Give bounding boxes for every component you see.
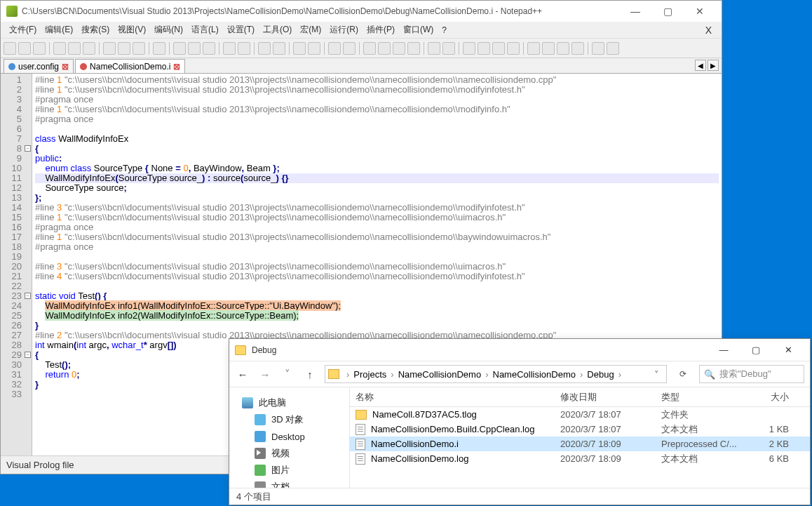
toolbar-button[interactable]	[492, 42, 505, 55]
toolbar-button[interactable]	[343, 42, 356, 55]
menu-item[interactable]: 编辑(E)	[41, 24, 77, 36]
fold-toggle[interactable]: −	[25, 293, 31, 299]
toolbar-button[interactable]	[571, 42, 584, 55]
toolbar-button[interactable]	[507, 42, 520, 55]
toolbar-button[interactable]	[4, 42, 16, 55]
sidebar-item[interactable]: Desktop	[242, 428, 349, 445]
menu-item[interactable]: 插件(P)	[363, 24, 399, 36]
code-line[interactable]: #line 3 "c:\\users\\bcn\\documents\\visu…	[35, 203, 719, 213]
toolbar-button[interactable]	[223, 42, 236, 55]
toolbar-button[interactable]	[557, 42, 569, 55]
search-input[interactable]: 🔍 搜索"Debug"	[699, 365, 804, 383]
menu-item[interactable]: 工具(O)	[259, 24, 296, 36]
chevron-right-icon[interactable]: ›	[388, 369, 396, 380]
fold-toggle[interactable]: −	[25, 145, 31, 152]
toolbar-button[interactable]	[173, 42, 186, 55]
code-line[interactable]: };	[35, 193, 719, 203]
code-line[interactable]: #line 3 "c:\\users\\bcn\\documents\\visu…	[35, 262, 719, 272]
file-row[interactable]: NameCollisionDemo.log2020/3/7 18:09文本文档6…	[350, 451, 810, 466]
toolbar-button[interactable]	[363, 42, 376, 55]
toolbar-button[interactable]	[153, 42, 165, 55]
menu-item[interactable]: 设置(T)	[223, 24, 259, 36]
chevron-right-icon[interactable]: ›	[482, 369, 491, 380]
exp-minimize-button[interactable]: —	[708, 339, 740, 361]
exp-maximize-button[interactable]: ▢	[740, 339, 772, 361]
nav-back[interactable]: ←	[235, 366, 250, 382]
toolbar-button[interactable]	[33, 42, 46, 55]
code-line[interactable]	[35, 281, 719, 291]
toolbar-button[interactable]	[188, 42, 201, 55]
breadcrumb-dropdown[interactable]: ˅	[650, 369, 663, 380]
menu-item[interactable]: 语言(L)	[187, 24, 223, 36]
toolbar-button[interactable]	[273, 42, 285, 55]
code-line[interactable]: #pragma once	[35, 95, 719, 105]
breadcrumb-item[interactable]: NameCollisionDemo	[398, 369, 482, 380]
breadcrumb-item[interactable]: NameCollisionDemo	[493, 369, 576, 380]
file-row[interactable]: NameColl.87D37AC5.tlog2020/3/7 18:07文件夹	[350, 407, 810, 422]
code-line[interactable]: WallModifyInfoEx info1(WallModifyInfoEx:…	[35, 301, 719, 311]
breadcrumb[interactable]: › Projects›NameCollisionDemo›NameCollisi…	[325, 365, 667, 383]
toolbar-button[interactable]	[542, 42, 555, 55]
toolbar-button[interactable]	[407, 42, 420, 55]
menu-item[interactable]: 窗口(W)	[399, 24, 438, 36]
toolbar-button[interactable]	[378, 42, 391, 55]
code-line[interactable]: SourceType source;	[35, 183, 719, 193]
toolbar-button[interactable]	[442, 42, 455, 55]
toolbar-button[interactable]	[258, 42, 271, 55]
tab-close-icon[interactable]: ⊠	[173, 62, 180, 72]
toolbar-button[interactable]	[118, 42, 130, 55]
breadcrumb-item[interactable]: Debug	[587, 369, 614, 380]
toolbar-button[interactable]	[328, 42, 341, 55]
code-line[interactable]: #pragma once	[35, 222, 719, 232]
sidebar-item[interactable]: 3D 对象	[242, 411, 349, 428]
menu-item[interactable]: 视图(V)	[114, 24, 150, 36]
code-line[interactable]: WallModifyInfoEx(SourceType source_) : s…	[35, 173, 719, 183]
tab-close-icon[interactable]: ⊠	[62, 62, 69, 72]
toolbar-button[interactable]	[133, 42, 145, 55]
chevron-right-icon[interactable]: ›	[344, 369, 352, 380]
code-line[interactable]	[35, 124, 719, 134]
code-line[interactable]: class WallModifyInfoEx	[35, 134, 719, 144]
menu-item[interactable]: ?	[438, 25, 451, 35]
menu-item[interactable]: 文件(F)	[5, 24, 41, 36]
toolbar-button[interactable]	[393, 42, 405, 55]
fold-toggle[interactable]: −	[25, 352, 31, 358]
tab-scroll-right[interactable]: ▶	[708, 60, 719, 71]
chevron-right-icon[interactable]: ›	[577, 369, 586, 380]
code-line[interactable]: #line 1 "c:\\users\\bcn\\documents\\visu…	[35, 85, 719, 95]
code-line[interactable]: #line 1 "c:\\users\\bcn\\documents\\visu…	[35, 232, 719, 242]
toolbar-button[interactable]	[592, 42, 604, 55]
editor-tab[interactable]: NameCollisionDemo.i⊠	[75, 59, 185, 73]
explorer-title-bar[interactable]: Debug — ▢ ✕	[229, 339, 810, 361]
chevron-right-icon[interactable]: ›	[616, 369, 624, 380]
tab-scroll-left[interactable]: ◀	[695, 60, 706, 71]
nav-up[interactable]: ↑	[302, 366, 318, 382]
title-bar[interactable]: C:\Users\BCN\Documents\Visual Studio 201…	[1, 1, 722, 22]
maximize-button[interactable]: ▢	[651, 1, 684, 22]
column-headers[interactable]: 名称 修改日期 类型 大小	[350, 387, 810, 407]
sidebar-item[interactable]: 文档	[242, 479, 349, 488]
code-line[interactable]: WallModifyInfoEx info2(WallModifyInfoEx:…	[35, 311, 719, 321]
menu-item[interactable]: 搜索(S)	[77, 24, 114, 36]
toolbar-button[interactable]	[607, 42, 619, 55]
nav-recent[interactable]: ˅	[280, 366, 295, 382]
toolbar-button[interactable]	[463, 42, 475, 55]
code-line[interactable]: #line 1 "c:\\users\\bcn\\documents\\visu…	[35, 75, 719, 85]
toolbar-button[interactable]	[428, 42, 440, 55]
toolbar-button[interactable]	[103, 42, 116, 55]
code-line[interactable]: }	[35, 321, 719, 331]
col-type[interactable]: 类型	[661, 391, 743, 404]
toolbar-button[interactable]	[18, 42, 31, 55]
toolbar-button[interactable]	[53, 42, 66, 55]
code-line[interactable]: public:	[35, 154, 719, 164]
code-line[interactable]: {	[35, 144, 719, 154]
code-line[interactable]	[35, 252, 719, 262]
sidebar-item[interactable]: 图片	[242, 462, 349, 479]
toolbar-button[interactable]	[308, 42, 320, 55]
code-line[interactable]: #pragma once	[35, 114, 719, 124]
sidebar-item[interactable]: 视频	[242, 445, 349, 462]
toolbar-button[interactable]	[478, 42, 490, 55]
menu-close[interactable]: X	[701, 25, 716, 36]
toolbar-button[interactable]	[68, 42, 81, 55]
toolbar-button[interactable]	[83, 42, 95, 55]
